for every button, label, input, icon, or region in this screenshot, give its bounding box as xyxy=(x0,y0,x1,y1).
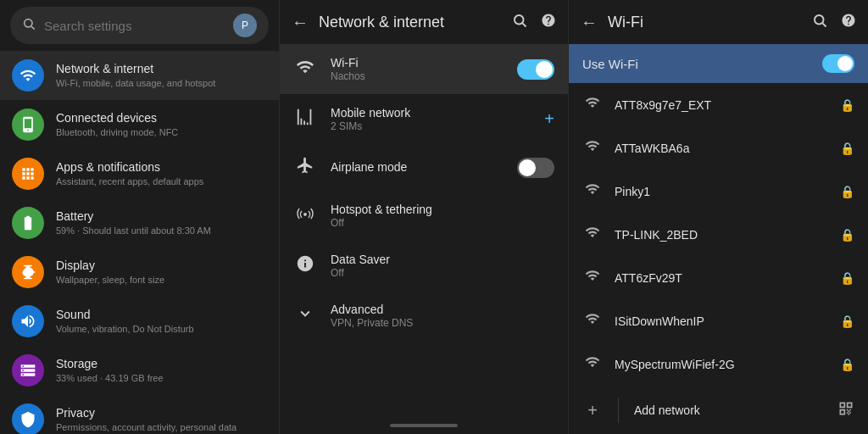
sound-icon xyxy=(12,305,44,337)
net-item-hotspot[interactable]: Hotspot & tethering Off xyxy=(280,191,568,241)
net-item-datasaver[interactable]: Data Saver Off xyxy=(280,241,568,291)
mobile-add-icon[interactable]: + xyxy=(544,109,554,129)
network-bottom-bar xyxy=(280,417,568,434)
advanced-net-title: Advanced xyxy=(331,303,554,316)
search-icon xyxy=(22,17,36,34)
connected-title: Connected devices xyxy=(56,110,267,125)
settings-list: Network & internet Wi-Fi, mobile, data u… xyxy=(0,51,279,434)
connected-icon xyxy=(12,108,44,141)
datasaver-net-subtitle: Off xyxy=(331,267,554,279)
wifi-signal-icon-1 xyxy=(582,138,603,158)
network-search-icon[interactable] xyxy=(512,13,527,32)
mobile-net-subtitle: 2 SIMs xyxy=(331,120,531,132)
privacy-icon xyxy=(12,403,44,434)
add-network-icon: + xyxy=(582,401,603,420)
battery-text: Battery 59% · Should last until about 8:… xyxy=(56,209,267,236)
wifi-network-6[interactable]: MySpectrumWiFief-2G 🔒 xyxy=(569,342,868,386)
wifi-signal-icon-3 xyxy=(582,225,603,244)
wifi-name-4: ATT6zFv29T xyxy=(615,271,828,285)
apps-text: Apps & notifications Assistant, recent a… xyxy=(56,159,267,187)
wifi-net-subtitle: Nachos xyxy=(331,70,504,82)
airplane-toggle-thumb xyxy=(519,159,536,176)
hotspot-icon xyxy=(293,204,317,227)
back-button[interactable]: ← xyxy=(292,13,309,32)
hotspot-net-subtitle: Off xyxy=(331,217,554,229)
network-panel-title: Network & internet xyxy=(319,14,502,31)
storage-subtitle: 33% used · 43.19 GB free xyxy=(56,372,267,384)
bottom-pill xyxy=(390,424,458,427)
sidebar-item-connected[interactable]: Connected devices Bluetooth, driving mod… xyxy=(0,100,279,149)
advanced-net-text: Advanced VPN, Private DNS xyxy=(331,303,554,329)
wifi-network-5[interactable]: ISitDownWhenIP 🔒 xyxy=(569,299,868,342)
network-title: Network & internet xyxy=(56,61,267,76)
battery-title: Battery xyxy=(56,209,267,224)
hotspot-net-title: Hotspot & tethering xyxy=(331,203,554,216)
lock-icon-3: 🔒 xyxy=(840,228,854,242)
signal-icon xyxy=(293,108,317,131)
net-item-advanced[interactable]: Advanced VPN, Private DNS xyxy=(280,291,568,341)
wifi-network-4[interactable]: ATT6zFv29T 🔒 xyxy=(569,256,868,299)
network-help-icon[interactable] xyxy=(541,13,556,32)
advanced-net-subtitle: VPN, Private DNS xyxy=(331,317,554,329)
svg-line-3 xyxy=(522,23,526,26)
add-network-row[interactable]: + Add network xyxy=(569,386,868,434)
search-bar[interactable]: P xyxy=(10,7,269,44)
display-icon xyxy=(12,256,44,288)
wifi-network-2[interactable]: Pinky1 🔒 xyxy=(569,170,868,213)
wifi-signal-icon-6 xyxy=(582,354,603,374)
use-wifi-row[interactable]: Use Wi-Fi xyxy=(569,44,868,83)
wifi-help-icon[interactable] xyxy=(841,13,856,32)
network-icon xyxy=(12,59,44,92)
sidebar-item-network[interactable]: Network & internet Wi-Fi, mobile, data u… xyxy=(0,51,279,100)
lock-icon-2: 🔒 xyxy=(840,185,854,198)
sidebar-item-battery[interactable]: Battery 59% · Should last until about 8:… xyxy=(0,198,279,248)
net-item-airplane[interactable]: Airplane mode xyxy=(280,144,568,191)
toggle-thumb xyxy=(536,61,553,78)
airplane-toggle[interactable] xyxy=(517,158,554,178)
network-subtitle: Wi-Fi, mobile, data usage, and hotspot xyxy=(56,77,267,89)
svg-point-2 xyxy=(515,15,524,25)
wifi-name-3: TP-LINK_2BED xyxy=(615,228,828,242)
privacy-text: Privacy Permissions, account activity, p… xyxy=(56,405,267,433)
apps-icon xyxy=(12,158,44,190)
wifi-network-3[interactable]: TP-LINK_2BED 🔒 xyxy=(569,213,868,256)
wifi-signal-icon-0 xyxy=(582,95,603,114)
wifi-back-button[interactable]: ← xyxy=(581,13,598,32)
wifi-signal-icon-5 xyxy=(582,311,603,331)
wifi-name-5: ISitDownWhenIP xyxy=(615,314,828,328)
wifi-header-icons xyxy=(812,13,856,32)
privacy-title: Privacy xyxy=(56,405,267,420)
network-header: ← Network & internet xyxy=(280,0,568,44)
sidebar-item-sound[interactable]: Sound Volume, vibration, Do Not Disturb xyxy=(0,297,279,346)
wifi-network-1[interactable]: ATTaWKBA6a 🔒 xyxy=(569,126,868,170)
svg-line-1 xyxy=(31,26,35,30)
sidebar-item-privacy[interactable]: Privacy Permissions, account activity, p… xyxy=(0,395,279,434)
datasaver-net-title: Data Saver xyxy=(331,253,554,266)
wifi-search-icon[interactable] xyxy=(812,13,827,32)
search-input[interactable] xyxy=(44,19,225,33)
svg-point-0 xyxy=(25,19,32,27)
wifi-toggle[interactable] xyxy=(517,59,554,80)
sidebar-item-display[interactable]: Display Wallpaper, sleep, font size xyxy=(0,248,279,297)
lock-icon-5: 🔒 xyxy=(840,314,854,328)
use-wifi-toggle[interactable] xyxy=(822,54,854,73)
net-item-wifi[interactable]: Wi-Fi Nachos xyxy=(280,44,568,94)
use-wifi-thumb xyxy=(837,56,853,71)
sound-title: Sound xyxy=(56,307,267,322)
wifi-signal-icon-4 xyxy=(582,268,603,287)
qr-icon[interactable] xyxy=(837,400,854,421)
mobile-net-text: Mobile network 2 SIMs xyxy=(331,106,531,132)
wifi-name-6: MySpectrumWiFief-2G xyxy=(615,358,828,371)
sidebar-item-storage[interactable]: Storage 33% used · 43.19 GB free xyxy=(0,346,279,395)
wifi-name-0: ATT8x9g7e7_EXT xyxy=(615,98,828,112)
privacy-subtitle: Permissions, account activity, personal … xyxy=(56,421,267,433)
settings-panel: P Network & internet Wi-Fi, mobile, data… xyxy=(0,0,280,434)
sound-subtitle: Volume, vibration, Do Not Disturb xyxy=(56,323,267,335)
sidebar-item-apps[interactable]: Apps & notifications Assistant, recent a… xyxy=(0,149,279,198)
net-item-mobile[interactable]: Mobile network 2 SIMs + xyxy=(280,94,568,144)
wifi-header: ← Wi-Fi xyxy=(569,0,868,44)
wifi-network-0[interactable]: ATT8x9g7e7_EXT 🔒 xyxy=(569,83,868,126)
wifi-nav-icon xyxy=(293,58,317,81)
wifi-panel-title: Wi-Fi xyxy=(608,14,802,31)
connected-subtitle: Bluetooth, driving mode, NFC xyxy=(56,126,267,138)
